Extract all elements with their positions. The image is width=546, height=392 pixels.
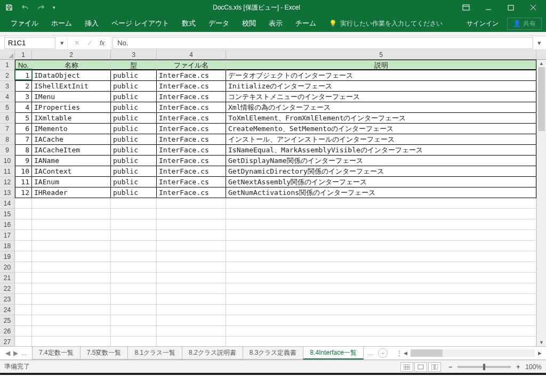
hscroll-track[interactable] bbox=[411, 349, 535, 357]
cell[interactable] bbox=[157, 283, 226, 294]
qat-customize-icon[interactable]: ▾ bbox=[50, 1, 58, 14]
scroll-left-icon[interactable]: ◀ bbox=[403, 350, 408, 356]
zoom-out-button[interactable]: − bbox=[446, 363, 454, 371]
cell[interactable] bbox=[32, 209, 111, 219]
normal-view-button[interactable] bbox=[400, 362, 413, 372]
cell[interactable]: CreateMemento、SetMementoのインターフェース bbox=[226, 124, 536, 134]
cell[interactable] bbox=[157, 262, 226, 273]
cell[interactable] bbox=[111, 198, 157, 209]
cell[interactable] bbox=[226, 283, 536, 294]
formula-input[interactable]: No. bbox=[113, 37, 533, 49]
cell[interactable] bbox=[226, 262, 536, 273]
cell[interactable]: 9 bbox=[15, 156, 32, 166]
row-header[interactable]: 15 bbox=[0, 209, 15, 219]
cell[interactable]: データオブジェクトのインターフェース bbox=[226, 70, 536, 81]
cell[interactable]: public bbox=[111, 113, 157, 124]
cell[interactable]: IAName bbox=[32, 156, 111, 166]
add-sheet-button[interactable]: + bbox=[378, 348, 388, 358]
cell[interactable] bbox=[15, 262, 32, 273]
hscroll-thumb[interactable] bbox=[411, 349, 443, 357]
cell[interactable] bbox=[15, 315, 32, 326]
share-button[interactable]: 👤 共有 bbox=[507, 18, 542, 30]
cell[interactable]: 名称 bbox=[32, 60, 111, 70]
cell[interactable]: IsNameEqual、MarkAssemblyVisibleのインターフェース bbox=[226, 145, 536, 156]
cell[interactable]: No. bbox=[15, 60, 32, 70]
cell[interactable] bbox=[157, 230, 226, 241]
ribbon-tab-6[interactable]: 校閲 bbox=[236, 15, 262, 31]
cell[interactable] bbox=[15, 283, 32, 294]
cell[interactable] bbox=[111, 305, 157, 315]
ribbon-tab-3[interactable]: ページ レイアウト bbox=[105, 15, 175, 31]
row-header[interactable]: 9 bbox=[0, 145, 15, 156]
cell[interactable]: 型 bbox=[111, 60, 157, 70]
cell[interactable] bbox=[157, 198, 226, 209]
cell[interactable] bbox=[111, 219, 157, 230]
row-header[interactable]: 26 bbox=[0, 326, 15, 337]
cell[interactable]: InterFace.cs bbox=[157, 124, 226, 134]
cell[interactable] bbox=[32, 315, 111, 326]
cell[interactable]: IMenu bbox=[32, 92, 111, 102]
cell[interactable] bbox=[15, 241, 32, 251]
row-header[interactable]: 4 bbox=[0, 92, 15, 102]
cell[interactable]: public bbox=[111, 124, 157, 134]
cell[interactable] bbox=[226, 251, 536, 262]
row-header[interactable]: 6 bbox=[0, 113, 15, 124]
cell[interactable] bbox=[32, 241, 111, 251]
cell[interactable]: 6 bbox=[15, 124, 32, 134]
cancel-formula-button[interactable]: ✕ bbox=[71, 38, 83, 48]
ribbon-tab-7[interactable]: 表示 bbox=[262, 15, 289, 31]
row-header[interactable]: 7 bbox=[0, 124, 15, 134]
row-header[interactable]: 23 bbox=[0, 294, 15, 305]
cell[interactable] bbox=[32, 337, 111, 346]
cell[interactable]: InterFace.cs bbox=[157, 187, 226, 198]
cell[interactable]: 説明 bbox=[226, 60, 536, 70]
cell[interactable]: 2 bbox=[15, 81, 32, 92]
cell[interactable]: public bbox=[111, 166, 157, 177]
ribbon-tab-2[interactable]: 挿入 bbox=[78, 15, 105, 31]
cell[interactable] bbox=[226, 241, 536, 251]
cell[interactable]: public bbox=[111, 70, 157, 81]
cell[interactable]: public bbox=[111, 187, 157, 198]
ribbon-tab-4[interactable]: 数式 bbox=[175, 15, 202, 31]
cell[interactable]: 7 bbox=[15, 134, 32, 145]
enter-formula-button[interactable]: ✓ bbox=[84, 38, 95, 48]
row-header[interactable]: 21 bbox=[0, 273, 15, 283]
col-header-5[interactable]: 5 bbox=[226, 50, 536, 59]
cell[interactable] bbox=[15, 337, 32, 346]
maximize-button[interactable] bbox=[500, 1, 521, 14]
sheet-nav-next-icon[interactable]: ▶ bbox=[13, 349, 18, 357]
cell[interactable] bbox=[111, 294, 157, 305]
row-header[interactable]: 22 bbox=[0, 283, 15, 294]
name-box[interactable] bbox=[4, 37, 55, 49]
cell[interactable] bbox=[32, 305, 111, 315]
row-header[interactable]: 10 bbox=[0, 156, 15, 166]
col-header-1[interactable]: 1 bbox=[15, 50, 32, 59]
ribbon-display-button[interactable] bbox=[455, 1, 477, 14]
cell[interactable] bbox=[157, 273, 226, 283]
cell[interactable] bbox=[32, 230, 111, 241]
cell[interactable] bbox=[15, 209, 32, 219]
row-header[interactable]: 5 bbox=[0, 102, 15, 113]
cell[interactable] bbox=[157, 219, 226, 230]
row-header[interactable]: 27 bbox=[0, 337, 15, 346]
cell[interactable]: インストール、アンインストールのインターフェース bbox=[226, 134, 536, 145]
ribbon-tab-8[interactable]: チーム bbox=[289, 15, 323, 31]
cell[interactable]: 10 bbox=[15, 166, 32, 177]
page-layout-view-button[interactable] bbox=[414, 362, 427, 372]
cell[interactable]: InterFace.cs bbox=[157, 102, 226, 113]
cell[interactable] bbox=[32, 251, 111, 262]
cell[interactable]: IMemento bbox=[32, 124, 111, 134]
cell[interactable] bbox=[15, 198, 32, 209]
cell[interactable] bbox=[157, 315, 226, 326]
cell[interactable] bbox=[111, 337, 157, 346]
sheet-nav-prev-icon[interactable]: ◀ bbox=[5, 349, 10, 357]
signin-link[interactable]: サインイン bbox=[459, 19, 506, 28]
cell[interactable]: InterFace.cs bbox=[157, 70, 226, 81]
cell[interactable]: public bbox=[111, 177, 157, 187]
name-box-dropdown-icon[interactable]: ▾ bbox=[58, 39, 66, 47]
cell[interactable] bbox=[15, 251, 32, 262]
cell[interactable]: public bbox=[111, 156, 157, 166]
row-header[interactable]: 1 bbox=[0, 60, 15, 70]
cell[interactable]: IAContext bbox=[32, 166, 111, 177]
zoom-level[interactable]: 100% bbox=[525, 363, 542, 371]
